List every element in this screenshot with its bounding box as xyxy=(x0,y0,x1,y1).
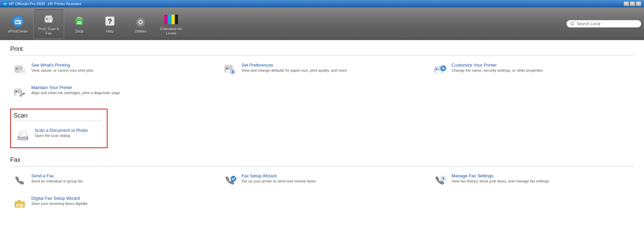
fax-section: Fax Send a Fax Send an individual or gro… xyxy=(10,156,634,213)
scan-section-box: Scan xyxy=(10,109,108,148)
customize-printer-desc: Change the name, security settings, or o… xyxy=(451,68,543,72)
black-bar xyxy=(175,15,178,24)
scan-section: Scan xyxy=(10,109,634,149)
see-whats-printing-item[interactable]: See What's Printing View, pause, or canc… xyxy=(10,60,214,80)
utilities-icon xyxy=(134,14,147,28)
maintain-printer-item[interactable]: Maintain Your Printer Align and clean in… xyxy=(10,83,214,102)
scan-section-title: Scan xyxy=(14,112,102,119)
printer-icon xyxy=(42,12,55,25)
title-bar: HP HP Officejet Pro 8600 : HP Printer As… xyxy=(0,0,644,7)
svg-rect-28 xyxy=(22,70,25,71)
svg-rect-10 xyxy=(46,18,48,19)
fax-section-title: Fax xyxy=(10,156,634,165)
scan-document-desc: Open the scan dialog xyxy=(35,134,88,138)
svg-point-49 xyxy=(20,94,22,96)
toolbar-shop[interactable]: Shop xyxy=(64,8,95,39)
scan-document-title: Scan a Document or Photo xyxy=(35,128,88,133)
search-container[interactable] xyxy=(566,20,641,28)
send-fax-item[interactable]: Send a Fax Send an individual or group f… xyxy=(10,171,214,190)
svg-rect-32 xyxy=(226,65,231,67)
manage-fax-settings-title: Manage Fax Settings xyxy=(451,173,549,178)
minimize-button[interactable]: ─ xyxy=(624,1,629,6)
close-button[interactable]: ✕ xyxy=(636,1,641,6)
send-fax-text: Send a Fax Send an individual or group f… xyxy=(31,173,83,183)
title-bar-left: HP HP Officejet Pro 8600 : HP Printer As… xyxy=(3,1,81,6)
cyan-bar xyxy=(168,15,171,24)
manage-fax-settings-desc: View fax history, block junk faxes, and … xyxy=(451,179,549,183)
svg-rect-14 xyxy=(78,22,80,23)
see-whats-printing-desc: View, pause, or cancel your print jobs xyxy=(31,68,93,72)
fax-setup-wizard-desc: Set up your printer to send and receive … xyxy=(242,179,316,183)
toolbar-utilities[interactable]: Utilities xyxy=(125,8,156,39)
maximize-button[interactable]: □ xyxy=(630,1,635,6)
toolbar-help[interactable]: ? Help xyxy=(95,8,125,39)
svg-rect-6 xyxy=(16,22,19,23)
digital-fax-icon xyxy=(12,196,27,211)
send-fax-title: Send a Fax xyxy=(31,173,83,178)
svg-rect-22 xyxy=(16,66,21,67)
digital-fax-text: Digital Fax Setup Wizard Save your incom… xyxy=(31,196,88,206)
svg-rect-5 xyxy=(16,21,20,22)
toolbar: e ePrintCenter Print, Scan &Fax xyxy=(0,7,644,40)
digital-fax-item[interactable]: Digital Fax Setup Wizard Save your incom… xyxy=(10,194,214,213)
help-icon: ? xyxy=(103,14,117,28)
see-whats-printing-title: See What's Printing xyxy=(31,63,93,68)
svg-rect-29 xyxy=(22,71,25,71)
svg-rect-30 xyxy=(22,72,24,72)
customize-printer-item[interactable]: ✎ Customize Your Printer Change the name… xyxy=(430,60,634,80)
manage-fax-settings-text: Manage Fax Settings View fax history, bl… xyxy=(451,173,549,183)
eprint-icon: e xyxy=(11,14,25,28)
scan-document-item[interactable]: Scan a Document or Photo Open the scan d… xyxy=(14,126,102,145)
toolbar-print-scan-fax[interactable]: Print, Scan &Fax xyxy=(33,8,64,39)
svg-rect-40 xyxy=(435,71,442,73)
ink-levels-label: Estimated InkLevels xyxy=(160,27,182,35)
print-scan-fax-label: Print, Scan &Fax xyxy=(38,27,59,35)
fax-setup-wizard-text: Fax Setup Wizard Set up your printer to … xyxy=(242,173,316,183)
window-title: HP Officejet Pro 8600 : HP Printer Assis… xyxy=(9,2,81,6)
svg-rect-41 xyxy=(436,69,437,70)
see-whats-printing-text: See What's Printing View, pause, or canc… xyxy=(31,63,93,72)
send-fax-desc: Send an individual or group fax xyxy=(31,179,83,183)
svg-line-20 xyxy=(573,24,574,25)
fax-divider xyxy=(10,166,634,166)
main-content: Print xyxy=(0,40,644,225)
toolbar-eprintcenter[interactable]: e ePrintCenter xyxy=(3,8,33,39)
svg-point-19 xyxy=(571,22,573,25)
fax-icon xyxy=(12,173,27,188)
fax-setup-wizard-item[interactable]: Fax Setup Wizard Set up your printer to … xyxy=(220,171,424,190)
svg-rect-26 xyxy=(16,72,19,72)
title-bar-controls[interactable]: ─ □ ✕ xyxy=(624,1,641,6)
maintain-printer-text: Maintain Your Printer Align and clean in… xyxy=(31,85,120,95)
fax-items-grid: Send a Fax Send an individual or group f… xyxy=(10,171,634,213)
eprintcenter-label: ePrintCenter xyxy=(8,29,28,34)
svg-point-18 xyxy=(139,21,142,23)
print-divider xyxy=(10,55,634,56)
digital-fax-desc: Save your incoming faxes digitally xyxy=(31,201,88,206)
svg-rect-60 xyxy=(16,204,23,207)
manage-fax-settings-item[interactable]: Manage Fax Settings View fax history, bl… xyxy=(430,171,634,190)
fax-wizard-icon xyxy=(222,173,237,188)
print-section-title: Print xyxy=(10,46,634,54)
fax-settings-icon xyxy=(432,173,447,188)
toolbar-ink-levels[interactable]: Estimated InkLevels xyxy=(156,8,186,39)
print-queue-icon xyxy=(12,63,27,77)
yellow-bar xyxy=(171,15,175,24)
ink-bars xyxy=(164,13,178,24)
hp-title-icon: HP xyxy=(3,1,7,6)
svg-rect-24 xyxy=(16,68,18,69)
maintain-icon xyxy=(12,85,27,100)
shop-icon xyxy=(72,14,86,28)
svg-rect-8 xyxy=(46,16,52,18)
maintain-printer-title: Maintain Your Printer xyxy=(31,85,120,90)
svg-rect-11 xyxy=(47,20,51,21)
set-preferences-title: Set Preferences xyxy=(242,63,347,68)
customize-icon: ✎ xyxy=(432,63,447,77)
set-preferences-text: Set Preferences View and change defaults… xyxy=(242,63,347,72)
search-input[interactable] xyxy=(577,21,638,26)
svg-point-59 xyxy=(443,178,444,179)
digital-fax-title: Digital Fax Setup Wizard xyxy=(31,196,88,201)
svg-rect-12 xyxy=(47,21,50,22)
scan-section-inner: Scan xyxy=(14,112,102,145)
scan-icon xyxy=(16,128,31,143)
set-preferences-item[interactable]: Set Preferences View and change defaults… xyxy=(220,60,424,80)
